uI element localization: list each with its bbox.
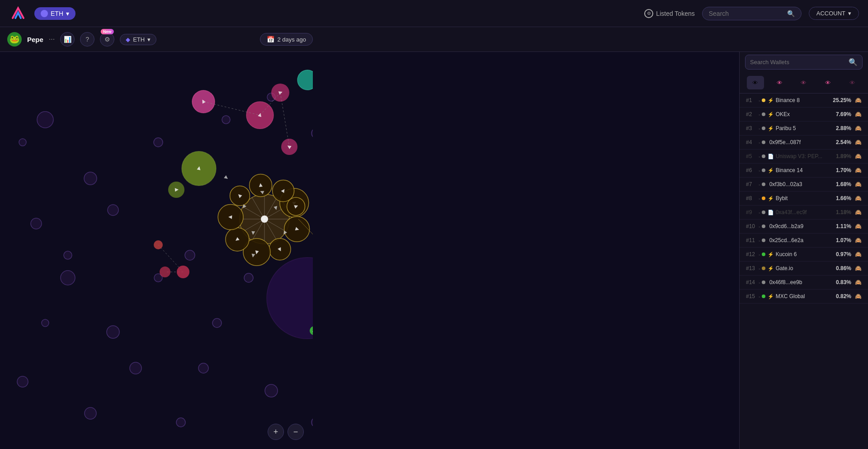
- filter-tab-4[interactable]: 👁: [820, 76, 837, 89]
- chart-icon-button[interactable]: 📊: [60, 32, 75, 47]
- nav-right: ⚙ Listed Tokens 🔍 ACCOUNT ▾: [644, 7, 859, 20]
- wallets-list: #1 - ⚡ Binance 8 25.25% 🙈 #2 - ⚡ OKEx 7.…: [740, 94, 868, 445]
- search-wallets[interactable]: 🔍: [745, 55, 863, 70]
- wallet-visibility-toggle[interactable]: 🙈: [855, 167, 862, 173]
- wallet-visibility-toggle[interactable]: 🙈: [855, 111, 862, 117]
- wallet-visibility-toggle[interactable]: 🙈: [855, 251, 862, 257]
- wallet-list-item[interactable]: #6 - ⚡ Binance 14 1.70% 🙈: [740, 164, 868, 178]
- wallet-visibility-toggle[interactable]: 🙈: [855, 265, 862, 271]
- wallet-visibility-toggle[interactable]: 🙈: [855, 195, 862, 201]
- filter-icon-5: 👁: [849, 80, 855, 86]
- wallet-list-item[interactable]: #7 - 0xf3b0...02a3 1.68% 🙈: [740, 178, 868, 192]
- wallet-rank: #3: [746, 125, 759, 131]
- wallet-list-item[interactable]: #13 - ⚡ Gate.io 0.86% 🙈: [740, 262, 868, 276]
- wallet-percentage: 1.11%: [832, 223, 851, 229]
- settings-icon-button[interactable]: New ⚙: [100, 32, 114, 47]
- timestamp-button[interactable]: 📅 2 days ago: [260, 33, 313, 46]
- search-input[interactable]: [709, 10, 783, 17]
- wallet-type-icon: ⚡: [768, 294, 774, 299]
- account-button[interactable]: ACCOUNT ▾: [809, 7, 859, 20]
- zoom-out-button[interactable]: −: [288, 424, 304, 440]
- eth-network-button[interactable]: ETH ▾: [34, 7, 75, 20]
- wallet-percentage: 2.54%: [832, 139, 851, 145]
- wallet-rank: #11: [746, 237, 759, 243]
- wallet-rank: #8: [746, 195, 759, 201]
- wallet-visibility-toggle[interactable]: 🙈: [855, 209, 862, 215]
- wallet-label: Gate.io: [776, 265, 832, 271]
- wallet-list-item[interactable]: #4 - 0x9f5e...087f 2.54% 🙈: [740, 136, 868, 150]
- wallet-percentage: 1.70%: [832, 167, 851, 173]
- filter-tab-5[interactable]: 👁: [844, 76, 861, 89]
- wallet-label: Binance 14: [776, 167, 832, 173]
- visualization-area[interactable]: [0, 52, 313, 449]
- wallet-percentage: 1.89%: [832, 153, 851, 159]
- wallet-label: 0x9cd6...b2a9: [769, 223, 832, 229]
- wallet-label: Kucoin 6: [776, 251, 832, 257]
- wallet-rank: #5: [746, 153, 759, 159]
- wallet-list-item[interactable]: #8 - ⚡ Bybit 1.66% 🙈: [740, 192, 868, 206]
- listed-tokens-button[interactable]: ⚙ Listed Tokens: [644, 9, 694, 18]
- filter-icon-3: 👁: [801, 80, 807, 86]
- filter-tab-3[interactable]: 👁: [795, 76, 812, 89]
- wallet-visibility-toggle[interactable]: 🙈: [855, 223, 862, 229]
- wallet-type-icon: ⚡: [768, 196, 774, 201]
- wallet-percentage: 25.25%: [832, 97, 851, 103]
- account-label: ACCOUNT: [816, 10, 845, 17]
- wallet-list-item[interactable]: #11 - 0x25cd...6e2a 1.07% 🙈: [740, 234, 868, 248]
- wallet-percentage: 2.88%: [832, 125, 851, 131]
- eye-icon: 👁: [752, 80, 758, 86]
- wallet-list-item[interactable]: #2 - ⚡ OKEx 7.69% 🙈: [740, 108, 868, 122]
- wallet-percentage: 0.97%: [832, 251, 851, 257]
- wallet-visibility-toggle[interactable]: 🙈: [855, 181, 862, 187]
- wallet-visibility-toggle[interactable]: 🙈: [855, 293, 862, 299]
- global-search[interactable]: 🔍: [702, 7, 802, 20]
- calendar-icon: 📅: [267, 36, 274, 43]
- wallet-visibility-toggle[interactable]: 🙈: [855, 97, 862, 103]
- zoom-in-button[interactable]: +: [268, 424, 284, 440]
- wallet-list-item[interactable]: #14 - 0x46f8...ee9b 0.83% 🙈: [740, 276, 868, 290]
- wallet-list-item[interactable]: #9 - 📄 0xa43f...ec9f 1.18% 🙈: [740, 206, 868, 220]
- wallet-visibility-toggle[interactable]: 🙈: [855, 237, 862, 243]
- wallet-dot: [762, 239, 765, 242]
- chevron-down-icon: ▾: [66, 10, 69, 17]
- wallet-percentage: 1.18%: [832, 209, 851, 215]
- wallet-rank: #15: [746, 293, 759, 299]
- wallet-list-item[interactable]: #12 - ⚡ Kucoin 6 0.97% 🙈: [740, 248, 868, 262]
- filter-all-tab[interactable]: 👁: [747, 76, 764, 89]
- wallet-percentage: 0.83%: [832, 279, 851, 285]
- eth-network-small-button[interactable]: ◆ ETH ▾: [120, 34, 156, 45]
- new-badge: New: [101, 29, 114, 34]
- wallet-type-icon: 📄: [768, 210, 774, 215]
- wallet-list-item[interactable]: #10 - 0x9cd6...b2a9 1.11% 🙈: [740, 220, 868, 234]
- wallet-visibility-toggle[interactable]: 🙈: [855, 125, 862, 131]
- wallet-list-item[interactable]: #3 - ⚡ Paribu 5 2.88% 🙈: [740, 122, 868, 136]
- wallet-dot: [762, 126, 765, 130]
- wallet-rank: #4: [746, 139, 759, 145]
- wallet-label: Paribu 5: [776, 125, 832, 131]
- wallet-dot: [762, 267, 765, 270]
- chevron-down-icon: ▾: [848, 10, 851, 17]
- wallet-label: Binance 8: [776, 97, 832, 103]
- search-wallets-icon: 🔍: [849, 58, 858, 66]
- logo[interactable]: [9, 5, 27, 22]
- network-canvas[interactable]: [0, 52, 313, 449]
- wallet-percentage: 1.68%: [832, 181, 851, 187]
- wallet-percentage: 1.66%: [832, 195, 851, 201]
- wallet-label: 0xf3b0...02a3: [769, 181, 832, 187]
- search-wallets-input[interactable]: [750, 59, 845, 65]
- eth-small-label: ETH: [133, 36, 145, 43]
- wallet-list-item[interactable]: #15 - ⚡ MXC Global 0.82% 🙈: [740, 290, 868, 304]
- filter-tab-2[interactable]: 👁: [771, 76, 788, 89]
- wallet-label: 0x46f8...ee9b: [769, 279, 832, 285]
- wallet-visibility-toggle[interactable]: 🙈: [855, 153, 862, 159]
- help-icon-button[interactable]: ?: [80, 32, 94, 47]
- wallet-list-item[interactable]: #5 - 📄 Uniswap V3: PEP... 1.89% 🙈: [740, 150, 868, 164]
- chart-icon: 📊: [64, 36, 71, 43]
- wallet-dot: [762, 182, 765, 186]
- wallet-visibility-toggle[interactable]: 🙈: [855, 279, 862, 285]
- wallet-visibility-toggle[interactable]: 🙈: [855, 139, 862, 145]
- wallet-separator: -: [759, 168, 760, 173]
- wallet-menu-dots[interactable]: ···: [49, 35, 55, 43]
- chevron-down-icon: ▾: [147, 36, 151, 43]
- wallet-list-item[interactable]: #1 - ⚡ Binance 8 25.25% 🙈: [740, 94, 868, 108]
